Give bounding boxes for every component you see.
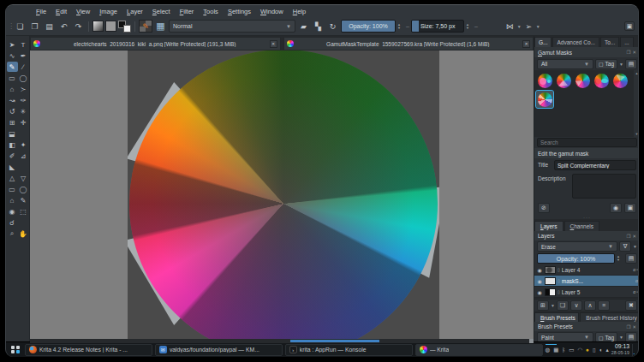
brush-editor-button[interactable]: ✎: [139, 20, 152, 33]
tag-button[interactable]: ▢Tag: [595, 59, 617, 69]
opacity-spinner[interactable]: ▲▼: [397, 23, 404, 30]
menu-image[interactable]: Image: [95, 8, 122, 15]
gamut-mask-scrollbar[interactable]: ▲▼: [634, 70, 639, 137]
tool-polyline[interactable]: ≻: [18, 84, 29, 94]
add-layer-button[interactable]: ⊞: [537, 300, 549, 311]
tool-bezier-select[interactable]: ⬚: [18, 206, 29, 217]
tab-advanced-color-selector[interactable]: Advanced Co...: [552, 37, 599, 47]
mirror-vertical-icon[interactable]: ➢: [522, 20, 535, 33]
tool-polygonal-select[interactable]: ⌂: [7, 195, 18, 205]
tool-bezier-curve[interactable]: ↝: [7, 95, 18, 105]
tool-pan[interactable]: ✋: [18, 228, 29, 239]
layer-row-masks-[interactable]: ◉▯maskS...α: [534, 276, 639, 287]
taskbar-task-krita[interactable]: — Krita: [415, 344, 543, 356]
tab-electrichearts-document[interactable]: electrichearts_20190316_kiki_a.png [Writ…: [30, 37, 281, 50]
visibility-eye-icon[interactable]: ◉: [536, 278, 543, 284]
gamut-mask-thumbnail-1[interactable]: [536, 72, 553, 89]
foreground-background-colors[interactable]: [118, 21, 131, 33]
close-icon[interactable]: ✕: [270, 40, 277, 48]
tool-shape-select[interactable]: ➤: [7, 39, 18, 50]
float-docker-icon[interactable]: ❐: [626, 234, 630, 239]
pattern-chooser-button[interactable]: [105, 21, 116, 32]
display-mode-button[interactable]: ▤: [625, 59, 637, 69]
tab-brush-preset-history[interactable]: Brush Preset History: [580, 312, 639, 322]
layer-row-layer-5[interactable]: ◉▯Layer 5α▫: [534, 287, 639, 298]
clock[interactable]: 09:13 28-05-19: [611, 344, 629, 355]
tool-crop[interactable]: ⬓: [7, 128, 18, 139]
tab-brush-presets[interactable]: Brush Presets: [534, 312, 579, 322]
reload-preset-icon[interactable]: ↻: [326, 20, 339, 33]
chevron-down-icon[interactable]: ▼: [536, 24, 540, 29]
blending-mode-dropdown[interactable]: Normal▼: [169, 20, 295, 33]
eraser-mode-icon[interactable]: ▰: [297, 20, 310, 33]
menu-filter[interactable]: Filter: [176, 8, 199, 15]
canvas-viewport[interactable]: [30, 50, 534, 339]
undo-icon[interactable]: ↶: [57, 20, 70, 33]
menu-settings[interactable]: Settings: [224, 8, 255, 15]
chevron-down-icon[interactable]: ▼: [619, 62, 623, 67]
chevron-down-icon[interactable]: ▼: [619, 335, 623, 340]
menu-tools[interactable]: Tools: [199, 8, 223, 15]
size-slider[interactable]: Size: 7,50 px: [411, 20, 464, 33]
lock-icon[interactable]: ●: [586, 347, 589, 353]
visibility-eye-icon[interactable]: ◉: [536, 289, 543, 295]
tool-assistants[interactable]: △: [7, 173, 18, 183]
chevron-down-icon[interactable]: ▼: [633, 244, 637, 249]
mirror-horizontal-icon[interactable]: ⋈: [504, 20, 516, 33]
tool-move[interactable]: ✛: [18, 117, 29, 128]
close-docker-icon[interactable]: ✕: [632, 234, 636, 239]
tool-line[interactable]: ∕: [18, 62, 29, 72]
float-docker-icon[interactable]: ❐: [626, 324, 630, 329]
wifi-icon[interactable]: ◠: [577, 347, 582, 353]
grid-icon[interactable]: ▦: [553, 347, 558, 353]
gamut-mask-thumbnail-2[interactable]: [555, 72, 572, 89]
tab-channels[interactable]: Channels: [564, 221, 599, 231]
tool-ellipse[interactable]: ◯: [18, 73, 29, 83]
preview-mask-button[interactable]: ◉: [610, 203, 622, 213]
taskbar-task-konsole[interactable]: ›krita : AppRun — Konsole: [285, 344, 413, 356]
tool-reference-images[interactable]: ▽: [18, 173, 29, 183]
mask-description-input[interactable]: [572, 174, 636, 199]
duplicate-layer-button[interactable]: ❏: [557, 300, 569, 311]
tool-smart-patch[interactable]: ✐: [7, 151, 18, 161]
tool-zoom[interactable]: ⌕: [7, 228, 18, 239]
tool-gradient[interactable]: ◧: [7, 139, 18, 150]
mask-title-input[interactable]: [554, 160, 636, 170]
tool-fill[interactable]: ◣: [7, 162, 18, 172]
move-layer-up-button[interactable]: ∧: [584, 300, 596, 311]
gamut-mask-thumbnail-4[interactable]: [593, 72, 610, 89]
save-mask-button[interactable]: ▣: [624, 203, 636, 213]
show-desktop-button[interactable]: ▪: [632, 344, 635, 356]
taskbar-task-kmail[interactable]: ✉valdyas/foundation/paypal — KM...: [155, 344, 283, 356]
gamut-mask-thumbnail-5[interactable]: [611, 72, 629, 89]
tool-measure[interactable]: ⊿: [18, 151, 29, 161]
menu-edit[interactable]: Edit: [51, 8, 71, 15]
menu-view[interactable]: View: [72, 8, 94, 15]
tool-text[interactable]: T: [18, 39, 29, 50]
visibility-eye-icon[interactable]: ◉: [536, 267, 543, 273]
layer-filter-icon[interactable]: ∇: [619, 241, 631, 252]
document-canvas[interactable]: [128, 50, 439, 339]
taskbar-task-firefox[interactable]: Krita 4.2 Release Notes | Krita - ...: [25, 344, 152, 356]
save-document-icon[interactable]: ▤: [43, 20, 56, 33]
tool-magnetic-select[interactable]: ☌: [7, 217, 18, 228]
tool-edit-shapes[interactable]: ∿: [7, 50, 18, 61]
app-launcher-button[interactable]: [9, 344, 22, 356]
status-icon[interactable]: ◍: [546, 347, 551, 353]
bluetooth-icon[interactable]: ᛒ: [562, 347, 565, 353]
menu-select[interactable]: Select: [148, 8, 175, 15]
layer-row-layer-4[interactable]: ◉▯Layer 4α▫: [534, 264, 639, 276]
layer-opacity-spinner[interactable]: ▲▼: [617, 255, 623, 262]
menu-help[interactable]: Help: [289, 8, 310, 15]
tool-color-sampler[interactable]: ✦: [18, 139, 29, 150]
tool-freehand-select[interactable]: ✎: [18, 195, 29, 205]
canvas-horizontal-scrollbar[interactable]: [30, 339, 534, 343]
layer-blending-dropdown[interactable]: Erase▼: [537, 241, 617, 252]
tool-freehand-brush[interactable]: ✎: [7, 62, 18, 72]
tool-multibrush[interactable]: ✳: [18, 106, 29, 116]
tab-gamut-masks[interactable]: G...: [534, 37, 552, 47]
chevron-down-icon[interactable]: ▼: [551, 303, 555, 308]
tool-calligraphy[interactable]: ✒: [18, 50, 29, 61]
toolbar-overflow-button[interactable]: ▣: [624, 21, 635, 31]
gamut-mask-thumbnail-selected[interactable]: [536, 91, 553, 108]
